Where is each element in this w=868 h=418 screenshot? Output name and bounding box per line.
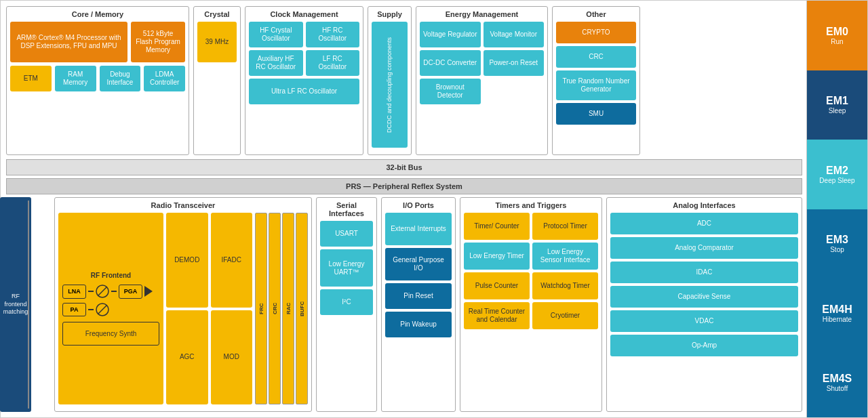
i2c-block: I²C [320,289,373,315]
low-energy-timer-block: Low Energy Timer [464,243,530,270]
hf-rc-block: HF RC Oscillator [306,22,360,47]
gpio-block: General Purpose I/O [385,248,452,280]
vdac-block: VDAC [610,310,798,332]
svg-line-1 [98,287,106,295]
core-etm-block: ETM [10,66,52,91]
radio-inner: RF Frontend LNA [58,213,308,404]
rf-frontend-inner-title: RF Frontend [62,272,159,279]
voltage-mon-block: Voltage Monitor [484,22,545,47]
crystal-value: 39 MHz [197,22,237,62]
bufc-bar: BUFC [296,213,308,404]
em1-label: Sleep [829,107,846,114]
other-title: Other [556,10,636,18]
em2-mode[interactable]: EM2 Deep Sleep [807,140,867,209]
pa-block: PA [62,303,86,317]
other-block: Other CRYPTO CRC True Random Number Gene… [552,6,640,155]
core-cortex-block: ARM® Cortex® M4 Processor with DSP Exten… [10,22,127,62]
rf-outer-group: RF frontend matching [6,197,50,412]
hf-crystal-block: HF Crystal Oscillator [249,22,303,47]
left-content: Core / Memory ARM® Cortex® M4 Processor … [1,1,806,417]
to-pga [111,291,117,292]
em4s-id: EM4S [823,373,852,385]
em4h-id: EM4H [822,304,852,316]
serial-block: Serial Interfaces USART Low Energy UART™… [316,197,377,412]
core-bottom-row: ETM RAM Memory Debug Interface LDMA Cont… [10,66,185,91]
cap-sense-block: Capacitive Sense [610,286,798,308]
em4s-mode[interactable]: EM4S Shutoff [807,348,867,418]
em3-id: EM3 [826,234,848,246]
energy-title: Energy Management [420,10,544,18]
em4h-label: Hibernate [823,316,852,323]
serial-items: USART Low Energy UART™ I²C [320,221,373,315]
mixer-1 [96,285,109,298]
em1-mode[interactable]: EM1 Sleep [807,70,867,140]
radio-title: Radio Transceiver [58,201,308,209]
core-memory-title: Core / Memory [10,10,185,18]
em2-id: EM2 [826,165,848,177]
radio-modules-row: DEMOD IFADC AGC MOD [166,213,308,404]
io-items: External Interrupts General Purpose I/O … [385,213,452,337]
freq-synth-block: Frequency Synth [62,322,159,346]
core-flash-block: 512 kByte Flash Program Memory [131,22,185,62]
vertical-bars: FRC CRC RAC BUFC [255,213,308,404]
low-energy-uart-block: Low Energy UART™ [320,249,373,287]
agc-block: AGC [166,310,208,405]
smu-block: SMU [556,103,636,125]
crystal-title: Crystal [197,10,237,18]
ext-int-block: External Interrupts [385,213,452,245]
em4h-mode[interactable]: EM4H Hibernate [807,278,867,348]
usart-block: USART [320,221,373,247]
em0-id: EM0 [826,26,848,38]
em4s-label: Shutoff [827,385,848,392]
rtcc-block: Real Time Counter and Calendar [464,302,530,329]
pulse-counter-block: Pulse Counter [464,272,530,299]
lna-arrow [88,291,94,292]
aux-hf-block: Auxiliary HF RC Oscillator [249,50,303,76]
timers-block: Timers and Triggers Timer/ Counter Proto… [460,197,602,412]
core-debug-block: Debug Interface [100,66,141,91]
io-block: I/O Ports External Interrupts General Pu… [381,197,456,412]
low-energy-sensor-block: Low Energy Sensor Interface [532,243,598,270]
bus-32bit: 32-bit Bus [6,159,802,175]
em0-label: Run [831,38,843,45]
mod-block: MOD [211,310,253,405]
em1-id: EM1 [826,95,848,107]
rf-matching-block: RF frontend matching [0,197,31,412]
mixer-2 [96,303,109,316]
em3-label: Stop [830,246,844,253]
lna-row: LNA PGA [62,285,159,299]
bus-prs-section: PRS — Peripheral Reflex System [6,178,802,194]
radio-right-modules: DEMOD IFADC AGC MOD [166,213,308,404]
supply-block: Supply DCDC and decoupling components [368,6,412,155]
power-on-block: Power-on Reset [484,50,545,76]
lna-block: LNA [62,285,86,299]
watchdog-block: Watchdog Timer [532,272,598,299]
rf-frontend-inner: RF Frontend LNA [58,213,163,404]
serial-title: Serial Interfaces [320,201,373,217]
crc-bar: CRC [269,213,281,404]
svg-line-3 [98,306,106,314]
radio-grid: DEMOD IFADC AGC MOD [166,213,252,404]
io-title: I/O Ports [385,201,452,209]
core-ram-block: RAM Memory [55,66,96,91]
clock-block: Clock Management HF Crystal Oscillator H… [245,6,363,155]
pa-arrow [88,309,94,310]
protocol-timer-block: Protocol Timer [532,213,598,240]
analog-block: Analog Interfaces ADC Analog Comparator … [606,197,802,412]
lf-rc-block: LF RC Oscillator [306,50,360,76]
adc-block: ADC [610,213,798,234]
em0-mode[interactable]: EM0 Run [807,1,867,70]
bus-prs: PRS — Peripheral Reflex System [6,178,802,194]
brownout-block: Brownout Detector [420,79,481,104]
frc-bar: FRC [255,213,267,404]
em3-mode[interactable]: EM3 Stop [807,209,867,279]
other-items: CRYPTO CRC True Random Number Generator … [556,22,636,125]
bottom-section: RF frontend matching Radio Transceiver R… [6,197,802,412]
em2-label: Deep Sleep [819,177,854,184]
crypto-block: CRYPTO [556,22,636,43]
radio-block: Radio Transceiver RF Frontend LNA [54,197,312,412]
analog-items: ADC Analog Comparator IDAC Capacitive Se… [610,213,798,356]
timers-title: Timers and Triggers [464,201,598,209]
analog-title: Analog Interfaces [610,201,798,209]
clock-title: Clock Management [249,10,359,18]
